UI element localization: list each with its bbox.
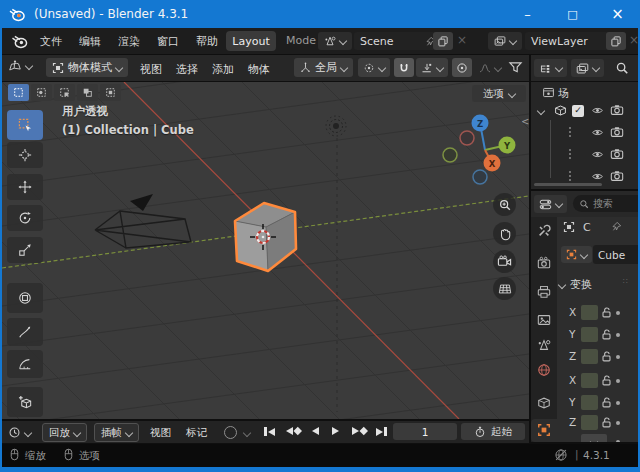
jump-to-start-button[interactable] bbox=[264, 427, 275, 436]
search-icon[interactable] bbox=[615, 61, 629, 75]
tool-rotate[interactable] bbox=[7, 205, 43, 231]
tool-measure[interactable] bbox=[7, 350, 43, 378]
menu-object[interactable]: 物体 bbox=[248, 62, 270, 77]
tool-move[interactable] bbox=[7, 174, 43, 200]
options-dropdown[interactable]: 选项 bbox=[472, 85, 526, 102]
tool-cursor[interactable] bbox=[7, 142, 43, 168]
outliner[interactable]: 场 ✓ bbox=[531, 82, 638, 189]
close-button[interactable]: × bbox=[595, 0, 640, 28]
tab-world-icon[interactable] bbox=[537, 363, 551, 377]
properties-display-dropdown[interactable] bbox=[534, 195, 567, 213]
animate-decorator[interactable] bbox=[616, 311, 620, 315]
outliner-row-collection[interactable]: ✓ bbox=[531, 103, 638, 118]
scene-name-field[interactable]: Scene bbox=[354, 32, 442, 50]
timeline-marker-menu[interactable]: 标记 bbox=[186, 426, 207, 440]
animate-decorator[interactable] bbox=[616, 440, 620, 442]
rotation-mode-dropdown[interactable] bbox=[581, 434, 607, 442]
auto-key-dropdown-icon[interactable] bbox=[243, 429, 251, 437]
viewlayer-browse-button[interactable] bbox=[488, 32, 522, 50]
maximize-button[interactable]: □ bbox=[550, 0, 595, 28]
cube-object[interactable] bbox=[235, 203, 296, 271]
viewport-zoom-button[interactable] bbox=[493, 193, 516, 216]
lock-icon[interactable] bbox=[601, 307, 612, 318]
proportional-editing-toggle[interactable] bbox=[452, 58, 472, 77]
menu-select[interactable]: 选择 bbox=[176, 62, 198, 77]
playback-menu[interactable]: 回放 bbox=[42, 423, 87, 442]
viewport-pan-button[interactable] bbox=[493, 222, 516, 245]
viewlayer-name-field[interactable]: ViewLayer bbox=[525, 32, 615, 50]
titlebar[interactable]: (Unsaved) - Blender 4.3.1 – □ × bbox=[0, 0, 640, 28]
select-mode-extend[interactable] bbox=[31, 84, 52, 101]
light-object[interactable] bbox=[326, 116, 346, 412]
collection-checkbox[interactable]: ✓ bbox=[572, 105, 584, 117]
workspace-tab-modeling[interactable]: Mode bbox=[286, 34, 316, 47]
viewport-ortho-toggle-button[interactable] bbox=[493, 277, 516, 300]
n-panel-arrow[interactable]: < bbox=[521, 116, 529, 127]
animate-decorator[interactable] bbox=[616, 401, 620, 405]
value-slider[interactable] bbox=[581, 415, 598, 430]
expand-chevron-icon[interactable] bbox=[537, 107, 545, 115]
select-mode-subtract[interactable] bbox=[54, 84, 75, 101]
tool-annotate[interactable] bbox=[7, 318, 43, 346]
tool-add-cube[interactable] bbox=[7, 387, 43, 417]
tab-tool-icon[interactable] bbox=[537, 224, 551, 238]
current-frame-field[interactable]: 1 bbox=[393, 423, 457, 440]
lock-icon[interactable] bbox=[601, 397, 612, 408]
hide-eye-icon[interactable] bbox=[591, 170, 604, 183]
viewport-canvas[interactable]: Z Y X 用户透视 (1) Collection | Cube bbox=[2, 82, 529, 419]
next-keyframe-button[interactable] bbox=[352, 427, 368, 435]
minimize-button[interactable]: – bbox=[505, 0, 550, 28]
lock-icon[interactable] bbox=[601, 329, 612, 340]
play-reverse-button[interactable] bbox=[312, 427, 319, 435]
scene-browse-button[interactable] bbox=[318, 32, 352, 50]
panel-grip-icon[interactable]: ∷ bbox=[623, 280, 633, 288]
blender-menu-icon[interactable] bbox=[11, 34, 29, 49]
tool-select-box[interactable] bbox=[7, 110, 43, 140]
outliner-row-object[interactable] bbox=[531, 125, 638, 140]
menu-render[interactable]: 渲染 bbox=[114, 34, 144, 49]
snap-toggle[interactable] bbox=[394, 58, 414, 77]
animate-decorator[interactable] bbox=[616, 421, 620, 425]
scene-new-button[interactable] bbox=[433, 32, 453, 50]
viewlayer-remove-button[interactable]: × bbox=[629, 33, 639, 47]
menu-file[interactable]: 文件 bbox=[36, 34, 66, 49]
menu-edit[interactable]: 编辑 bbox=[75, 34, 105, 49]
jump-to-end-button[interactable] bbox=[376, 427, 387, 436]
render-camera-icon[interactable] bbox=[610, 125, 624, 139]
outliner-row-object[interactable] bbox=[531, 147, 638, 162]
outliner-filter-dropdown[interactable] bbox=[571, 59, 604, 77]
transform-panel-header[interactable]: 变换 bbox=[559, 277, 592, 292]
keying-menu[interactable]: 插帧 bbox=[94, 423, 139, 442]
value-slider[interactable] bbox=[581, 395, 598, 410]
object-browse-button[interactable] bbox=[561, 246, 592, 263]
render-camera-icon[interactable] bbox=[610, 103, 624, 117]
tool-scale[interactable] bbox=[7, 237, 43, 263]
outliner-row-scene-collection[interactable]: 场 bbox=[531, 85, 638, 100]
select-mode-set[interactable] bbox=[8, 84, 29, 101]
prev-keyframe-button[interactable] bbox=[286, 427, 302, 435]
workspace-tab-layout[interactable]: Layout bbox=[226, 31, 276, 51]
animate-decorator[interactable] bbox=[616, 379, 620, 383]
animate-decorator[interactable] bbox=[616, 355, 620, 359]
hide-eye-icon[interactable] bbox=[591, 148, 604, 161]
outliner-display-mode-dropdown[interactable] bbox=[534, 59, 567, 77]
render-camera-icon[interactable] bbox=[610, 147, 624, 161]
tab-collection-icon[interactable] bbox=[537, 396, 551, 410]
lock-icon[interactable] bbox=[601, 375, 612, 386]
tab-object-icon[interactable] bbox=[537, 423, 551, 437]
value-slider[interactable] bbox=[581, 373, 598, 388]
menu-help[interactable]: 帮助 bbox=[192, 34, 222, 49]
render-camera-icon[interactable] bbox=[610, 169, 624, 183]
menu-window[interactable]: 窗口 bbox=[153, 34, 183, 49]
tab-render-icon[interactable] bbox=[537, 256, 551, 270]
menu-add[interactable]: 添加 bbox=[212, 62, 234, 77]
transform-orientation-dropdown[interactable]: 全局 bbox=[294, 58, 353, 77]
pin-icon[interactable] bbox=[611, 221, 622, 232]
outliner-row-object[interactable] bbox=[531, 169, 638, 184]
play-button[interactable] bbox=[332, 427, 339, 435]
proportional-falloff-dropdown[interactable] bbox=[474, 58, 506, 77]
horizontal-scrollbar[interactable] bbox=[534, 183, 602, 186]
value-slider[interactable] bbox=[581, 327, 598, 342]
gizmo-neg-z[interactable] bbox=[473, 170, 487, 184]
viewlayer-new-button[interactable] bbox=[606, 32, 626, 50]
